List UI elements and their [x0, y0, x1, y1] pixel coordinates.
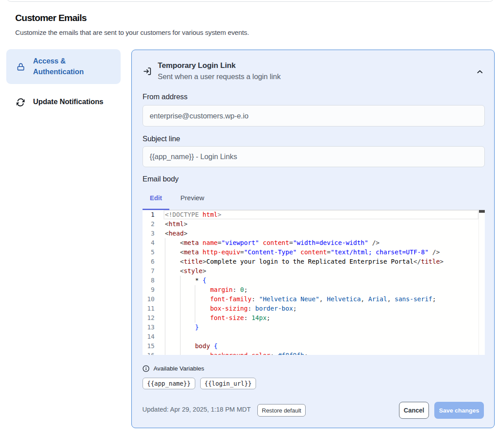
indent-guide	[180, 276, 181, 355]
login-icon	[143, 67, 152, 78]
save-changes-button[interactable]: Save changes	[434, 402, 484, 419]
email-body-label: Email body	[143, 175, 179, 183]
sidebar: Access & Authentication Update Notificat…	[6, 49, 121, 112]
available-variables-row: Available Variables	[143, 365, 204, 372]
chevron-up-icon	[477, 70, 483, 73]
editor-scrollbar-thumb[interactable]	[479, 210, 485, 213]
restore-default-button[interactable]: Restore default	[257, 404, 306, 417]
cancel-button[interactable]: Cancel	[399, 402, 429, 419]
variable-chip-app-name[interactable]: {{app_name}}	[143, 378, 195, 389]
variable-chips: {{app_name}} {{login_url}}	[143, 378, 256, 389]
subject-line-label: Subject line	[143, 135, 180, 143]
indent-guide	[165, 238, 165, 355]
lock-icon	[17, 62, 25, 72]
indent-guide	[195, 285, 195, 323]
editor-scrollbar-track	[479, 210, 479, 355]
editor-line-numbers: 12345678910111213141516	[143, 210, 155, 355]
sidebar-item-label: Access & Authentication	[33, 55, 113, 77]
editor-code: <!DOCTYPE html><html><head> <meta name="…	[165, 210, 444, 355]
subject-line-input[interactable]	[143, 146, 485, 167]
temporary-login-link-panel: Temporary Login Link Sent when a user re…	[131, 50, 495, 428]
panel-title: Temporary Login Link	[158, 61, 235, 70]
sidebar-item-update-notifications[interactable]: Update Notifications	[6, 91, 121, 112]
collapse-button[interactable]	[474, 66, 486, 77]
refresh-icon	[16, 98, 25, 107]
page-title: Customer Emails	[15, 13, 87, 23]
from-address-input[interactable]	[143, 105, 485, 126]
email-body-code-editor[interactable]: 12345678910111213141516 <!DOCTYPE html><…	[143, 210, 485, 355]
sidebar-item-label: Update Notifications	[33, 96, 103, 107]
info-icon	[143, 365, 150, 372]
available-variables-label: Available Variables	[154, 365, 205, 372]
previous-card-bottom-edge	[6, 0, 494, 2]
updated-timestamp: Updated: Apr 29, 2025, 1:18 PM MDT	[143, 406, 251, 413]
tab-preview[interactable]: Preview	[173, 188, 211, 210]
sidebar-item-access-authentication[interactable]: Access & Authentication	[6, 49, 121, 84]
editor-tabs: Edit Preview	[143, 188, 485, 210]
variable-chip-login-url[interactable]: {{login_url}}	[200, 378, 256, 389]
from-address-label: From address	[143, 93, 188, 101]
tab-edit[interactable]: Edit	[143, 188, 169, 210]
page-subtitle: Customize the emails that are sent to yo…	[15, 29, 249, 36]
panel-subtitle: Sent when a user requests a login link	[158, 72, 281, 81]
